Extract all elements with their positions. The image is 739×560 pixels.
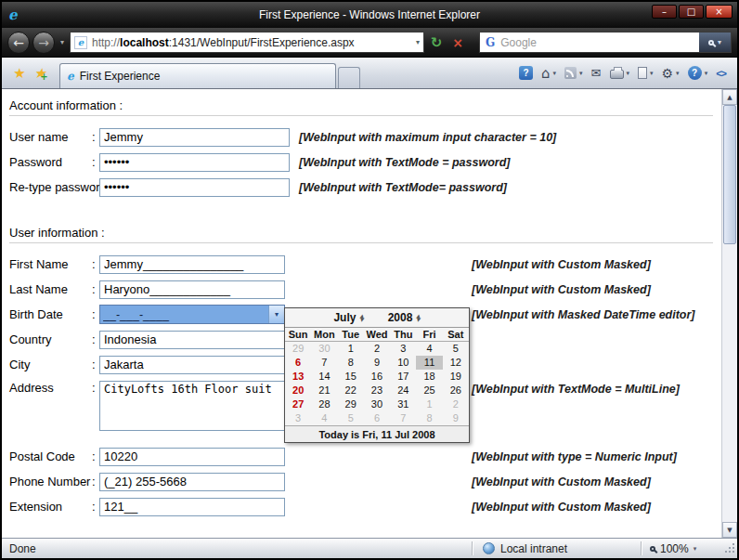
search-box[interactable]: G Google ▾ xyxy=(479,32,732,53)
page-icon xyxy=(638,67,647,79)
address-textarea[interactable]: CityLofts 16th Floor suit xyxy=(99,381,285,431)
calendar-day[interactable]: 5 xyxy=(338,411,364,425)
read-mail-button[interactable]: ✉ xyxy=(588,63,605,83)
calendar-day[interactable]: 27 xyxy=(285,397,311,411)
calendar-day[interactable]: 10 xyxy=(390,356,416,370)
address-bar[interactable]: e http://localhost:1431/WebInput/FirstEx… xyxy=(70,32,424,53)
back-button[interactable]: ← xyxy=(7,32,30,54)
calendar-day[interactable]: 4 xyxy=(416,342,442,356)
calendar-day[interactable]: 1 xyxy=(416,397,442,411)
calendar-day[interactable]: 13 xyxy=(285,370,311,384)
calendar-day[interactable]: 3 xyxy=(285,411,311,425)
zoom-control[interactable]: 100% ▾ xyxy=(642,542,724,555)
calendar-day[interactable]: 9 xyxy=(364,356,390,370)
feeds-button[interactable]: ▾ xyxy=(561,64,587,82)
calendar-dropdown-button[interactable]: ▾ xyxy=(268,306,284,323)
calendar-day[interactable]: 30 xyxy=(364,397,390,411)
vertical-scrollbar[interactable]: ▲ ▼ xyxy=(721,89,737,538)
calendar-day[interactable]: 6 xyxy=(285,356,311,370)
birth-date-combo[interactable]: ▾ xyxy=(99,305,285,324)
recent-pages-dropdown[interactable]: ▾ xyxy=(58,38,67,46)
retype-password-input[interactable] xyxy=(99,178,290,197)
last-name-input[interactable] xyxy=(99,280,285,299)
calendar-day[interactable]: 17 xyxy=(390,370,416,384)
calendar-day[interactable]: 8 xyxy=(416,411,442,425)
calendar-day[interactable]: 14 xyxy=(311,370,337,384)
calendar-day[interactable]: 23 xyxy=(364,384,390,397)
star-icon: ★ xyxy=(13,65,25,82)
calendar-day[interactable]: 21 xyxy=(311,384,337,397)
calendar-day[interactable]: 16 xyxy=(364,370,390,384)
search-button[interactable]: ▾ xyxy=(699,33,731,52)
spinner-down-icon[interactable]: ▼ xyxy=(359,318,363,321)
add-favorite-button[interactable]: ★+ xyxy=(30,62,50,85)
maximize-button[interactable]: □ xyxy=(679,5,704,19)
minimize-button[interactable]: – xyxy=(652,5,677,19)
calendar-day[interactable]: 9 xyxy=(443,411,469,425)
stop-button[interactable]: × xyxy=(448,33,467,53)
scroll-down-button[interactable]: ▼ xyxy=(722,522,737,538)
search-input[interactable]: Google xyxy=(500,36,694,49)
home-button[interactable]: ⌂▾ xyxy=(538,62,560,85)
calendar-day[interactable]: 4 xyxy=(311,411,337,425)
print-button[interactable]: ▾ xyxy=(606,64,634,82)
calendar-day[interactable]: 19 xyxy=(443,370,469,384)
country-input[interactable] xyxy=(99,331,285,349)
calendar-day[interactable]: 1 xyxy=(338,342,364,356)
calendar-day[interactable]: 31 xyxy=(390,397,416,411)
help-menu-button[interactable]: ?▾ xyxy=(684,63,712,83)
calendar-day[interactable]: 6 xyxy=(364,411,390,425)
postal-code-input[interactable] xyxy=(99,448,285,466)
label-colon: : xyxy=(92,130,99,144)
resize-grip[interactable] xyxy=(724,542,737,555)
first-name-input[interactable] xyxy=(99,255,285,274)
calendar-day[interactable]: 2 xyxy=(443,397,469,411)
calendar-today-footer[interactable]: Today is Fri, 11 Jul 2008 xyxy=(285,425,469,442)
calendar-day[interactable]: 28 xyxy=(311,397,337,411)
calendar-day[interactable]: 29 xyxy=(338,397,364,411)
calendar-day[interactable]: 5 xyxy=(443,342,469,356)
scroll-up-button[interactable]: ▲ xyxy=(722,89,737,105)
calendar-day[interactable]: 22 xyxy=(338,384,364,397)
close-button[interactable]: × xyxy=(706,5,733,19)
city-input[interactable] xyxy=(99,356,285,374)
username-input[interactable] xyxy=(99,128,290,147)
zoom-dropdown[interactable]: ▾ xyxy=(694,545,697,553)
password-input[interactable] xyxy=(99,153,290,172)
new-tab-stub[interactable] xyxy=(338,67,360,88)
calendar-day[interactable]: 25 xyxy=(416,384,442,397)
spinner-down-icon[interactable]: ▼ xyxy=(416,318,420,321)
search-options-dropdown[interactable]: ▾ xyxy=(718,38,721,46)
dev-toolbar-button[interactable]: <> xyxy=(712,65,730,82)
calendar-day[interactable]: 12 xyxy=(443,356,469,370)
calendar-day[interactable]: 18 xyxy=(416,370,442,384)
calendar-day[interactable]: 15 xyxy=(338,370,364,384)
birth-date-input[interactable] xyxy=(100,306,268,323)
month-spinner[interactable]: ▲▼ xyxy=(359,314,363,321)
calendar-day[interactable]: 8 xyxy=(338,356,364,370)
calendar-day[interactable]: 7 xyxy=(390,411,416,425)
address-history-dropdown[interactable]: ▾ xyxy=(416,38,420,46)
calendar-day[interactable]: 26 xyxy=(443,384,469,397)
year-spinner[interactable]: ▲▼ xyxy=(416,314,420,321)
calendar-day[interactable]: 24 xyxy=(390,384,416,397)
page-menu-button[interactable]: ▾ xyxy=(634,64,657,82)
extension-input[interactable] xyxy=(99,498,285,516)
url-text[interactable]: http://localhost:1431/WebInput/FirstExpe… xyxy=(92,36,411,49)
scrollbar-thumb[interactable] xyxy=(723,105,736,244)
calendar-day[interactable]: 20 xyxy=(285,384,311,397)
calendar-day[interactable]: 11 xyxy=(416,356,442,370)
calendar-day[interactable]: 29 xyxy=(285,342,311,356)
calendar-day[interactable]: 3 xyxy=(390,342,416,356)
refresh-button[interactable]: ↻ xyxy=(427,33,446,53)
quick-help-button[interactable]: ? xyxy=(515,63,537,83)
forward-button[interactable]: → xyxy=(32,32,55,54)
favorites-center-button[interactable]: ★ xyxy=(9,62,30,85)
tools-menu-button[interactable]: ⚙▾ xyxy=(658,63,683,84)
calendar-day[interactable]: 2 xyxy=(364,342,390,356)
calendar-day[interactable]: 7 xyxy=(311,356,337,370)
title-bar[interactable]: e First Experience - Windows Internet Ex… xyxy=(2,2,737,28)
calendar-day[interactable]: 30 xyxy=(311,342,337,356)
tab-first-experience[interactable]: e First Experience xyxy=(59,63,336,88)
phone-number-input[interactable] xyxy=(99,473,285,491)
